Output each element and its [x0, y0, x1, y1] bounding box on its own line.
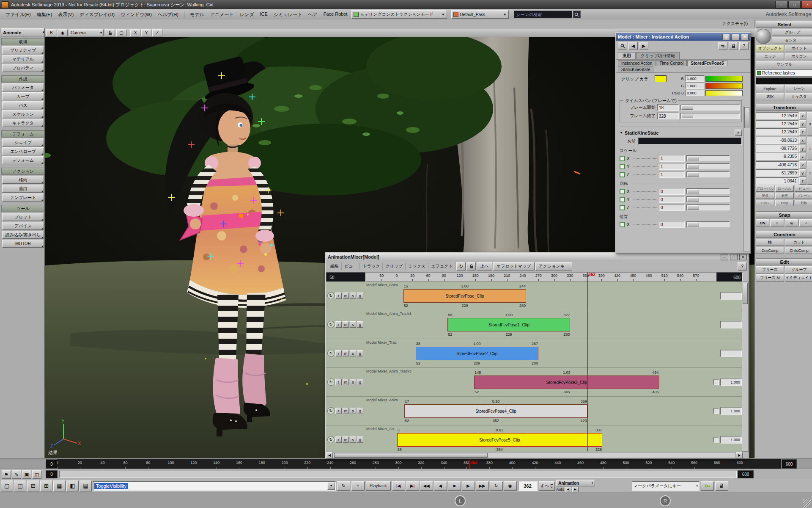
layout-rows-icon[interactable]: ▤ [80, 480, 92, 491]
transform-extra-button[interactable]: 対称 [795, 200, 812, 206]
ppg-subtab[interactable]: Instanced Action [618, 60, 656, 66]
section-help-icon[interactable]: ? [735, 130, 742, 136]
param-slider[interactable] [686, 171, 730, 177]
channel-value[interactable]: 1.000 [685, 75, 704, 82]
ppg-update-icon[interactable]: ⇆ [718, 42, 727, 50]
ppg-tab[interactable]: クリップ項目情報 [636, 52, 680, 59]
snap-point-icon[interactable]: ∴ [799, 219, 812, 226]
snap-grid-icon[interactable]: ⊞ [785, 219, 799, 226]
play-button[interactable]: ▶ [462, 481, 475, 491]
minimize-button[interactable]: ─ [775, 1, 787, 8]
timeline-start-box[interactable]: 0 [46, 459, 58, 469]
tool-button[interactable]: 適用◢ [2, 185, 44, 193]
audio-button[interactable]: ◉ [504, 481, 517, 491]
ref-mode-button[interactable]: ローカル [775, 185, 794, 192]
track-g-button[interactable]: g [357, 321, 363, 328]
maximize-button[interactable]: □ [788, 1, 801, 8]
rotate-value[interactable]: -89.8613 [756, 137, 798, 144]
track-cycle-icon[interactable]: ↻ [327, 378, 335, 386]
name-field[interactable] [638, 138, 742, 145]
freeze-button[interactable]: フリーズ [756, 266, 784, 273]
rotate-value[interactable]: -89.7726 [756, 145, 798, 152]
frame-range-slider[interactable] [59, 471, 737, 478]
ppg-next-button[interactable]: ▶ [639, 42, 648, 50]
track-g-button[interactable]: g [357, 293, 363, 299]
menu-item[interactable]: ディスプレイ(D) [77, 11, 118, 19]
script-refresh-icon[interactable]: ↻ [337, 481, 350, 491]
param-slider[interactable] [686, 155, 730, 161]
clip-color-swatch[interactable] [655, 75, 667, 82]
axis-toggle[interactable]: z [799, 177, 806, 185]
weight-value[interactable] [720, 350, 742, 357]
all-frames-button[interactable]: すべて [539, 481, 555, 491]
param-value[interactable]: 0 [659, 196, 685, 203]
anim-divot-icon[interactable] [620, 156, 625, 161]
set-key-icon[interactable] [701, 481, 714, 491]
frame-field-value[interactable]: 18 [657, 104, 679, 111]
action-clip[interactable]: 3 0.81 387 StoredFcvPose5_Clip 18 384 32… [397, 433, 602, 447]
range-end-value[interactable]: 600 [738, 470, 754, 478]
timeline-end-box[interactable]: 600 [782, 459, 797, 469]
playback-menu-button[interactable]: Playback [366, 481, 391, 491]
mixer-menu-item[interactable]: トラック [360, 262, 383, 270]
param-value[interactable]: 0 [659, 221, 685, 228]
mixer-track-lane[interactable]: Model Mixer_Trac 38 1.00 267 StoredFcvPo… [365, 339, 743, 367]
pass-combo[interactable]: Default_Pass ▼ [451, 10, 509, 19]
param-slider[interactable] [686, 221, 730, 227]
channel-gradient-slider[interactable] [705, 83, 743, 89]
window-resize-grip[interactable] [803, 499, 811, 508]
timeline-playhead[interactable]: 362 [469, 459, 470, 469]
track-s-button[interactable]: s [350, 408, 356, 414]
mixer-track-lane[interactable]: Model Mixer_Anim 17 0.20 359 StoredFcvPo… [365, 397, 743, 425]
anim-divot-icon[interactable] [620, 222, 625, 227]
module-menu-item[interactable]: レンダ [237, 11, 257, 19]
axis-button[interactable]: Y [141, 29, 151, 36]
param-value[interactable]: 1 [659, 155, 685, 162]
translate-value[interactable]: 1.0341 [756, 177, 798, 185]
tool-button[interactable]: シェイプ◢ [2, 138, 44, 146]
module-menu-item[interactable]: ICE [257, 11, 271, 19]
axis-toggle[interactable]: y [799, 169, 806, 177]
ppg-minimize-button[interactable]: ─ [732, 34, 739, 40]
next-key-icon[interactable]: ▶ [572, 487, 579, 492]
object-filter-button[interactable]: オブジェクト [756, 45, 784, 52]
layout-four-icon[interactable]: ⊞ [40, 480, 52, 491]
mixer-menu-item[interactable]: ビュー [342, 262, 360, 270]
range-start-value[interactable]: 0 [46, 470, 58, 478]
translate-value[interactable]: 61.2699 [756, 169, 798, 177]
mixer-horizontal-scrollbar[interactable]: ◀ ▶ [326, 452, 749, 458]
mixer-minimize-button[interactable]: ─ [721, 254, 728, 260]
mixer-range-end[interactable]: 608 [716, 272, 743, 282]
cluster-button[interactable]: クラスタ [785, 93, 812, 100]
mixer-track-lane[interactable]: Model Mixer_Anim_Track1 98 1.00 327 Stor… [365, 310, 743, 339]
param-value[interactable]: 1 [659, 171, 685, 178]
action-keys-button[interactable]: アクションキー [535, 262, 572, 271]
channel-gradient-slider[interactable] [705, 76, 743, 82]
axis-toggle[interactable]: y [799, 120, 806, 127]
play-back-button[interactable]: ◀ [434, 481, 447, 491]
mixer-lock-icon[interactable] [466, 262, 476, 271]
selection-extra-field[interactable] [756, 77, 812, 84]
transform-extra-button[interactable]: Prop [775, 200, 794, 206]
tool-button[interactable]: 格納◢ [2, 176, 44, 184]
layout-single-icon[interactable]: ▢ [1, 480, 13, 491]
stop-button[interactable]: ■ [448, 481, 461, 491]
polygon-filter-button[interactable]: ポリゴン [785, 53, 812, 60]
param-slider[interactable] [686, 204, 730, 210]
ppg-tab[interactable]: 汎用 [618, 52, 636, 59]
track-m-button[interactable]: m [343, 321, 349, 328]
track-r-button[interactable]: r [335, 321, 342, 328]
constrain-axis-button[interactable]: 軸 [756, 239, 784, 246]
mixer-close-button[interactable]: × [739, 254, 747, 260]
goto-last-button[interactable]: ▶▶ [476, 481, 489, 491]
key-lock-icon[interactable] [715, 481, 728, 491]
mixer-refresh-icon[interactable]: ↻ [456, 262, 466, 271]
scene-search-input[interactable] [514, 11, 572, 18]
tool-button[interactable]: スケルトン◢ [2, 110, 44, 118]
scale-value[interactable]: 12.2549 [756, 128, 798, 135]
module-menu-item[interactable]: アニメート [207, 11, 237, 19]
loop-button[interactable]: ↻ [490, 481, 503, 491]
mixer-track-lane[interactable]: Model Mixer_Anim_Track3 148 1.03 494 Sto… [365, 368, 743, 396]
mixer-track-lane[interactable]: Model Mixer_An 3 0.81 387 StoredFcvPose5… [365, 425, 743, 452]
frame-field-value[interactable]: 328 [657, 113, 679, 119]
